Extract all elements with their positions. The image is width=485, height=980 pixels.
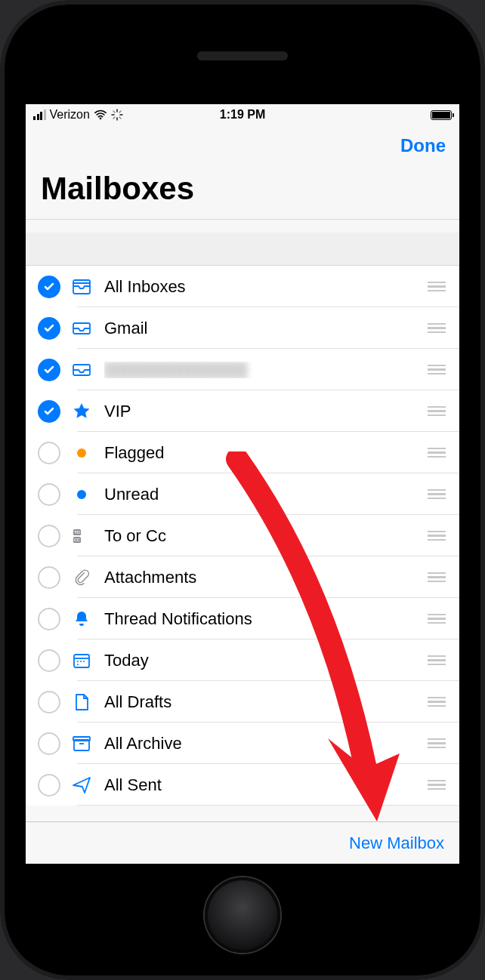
dot-icon	[65, 442, 98, 464]
status-bar: Verizon 1:19 PM	[26, 104, 459, 125]
mailbox-label: Attachments	[104, 568, 428, 587]
clip-icon	[65, 566, 98, 589]
checkbox[interactable]	[38, 442, 60, 464]
cell-signal-icon	[33, 109, 46, 120]
mailbox-row[interactable]: Unread	[26, 473, 459, 515]
checkbox[interactable]	[38, 525, 60, 547]
mailbox-label: Gmail	[104, 319, 428, 338]
checkbox[interactable]	[38, 608, 60, 630]
reorder-handle-icon[interactable]	[428, 282, 446, 292]
mailbox-list: All InboxesGmailVIPFlaggedUnreadTo or Cc…	[26, 266, 459, 806]
home-button[interactable]	[205, 877, 280, 953]
section-gap	[26, 233, 459, 266]
checkbox[interactable]	[38, 483, 60, 506]
checkbox[interactable]	[38, 317, 60, 340]
tray-icon	[65, 317, 98, 340]
mailbox-row[interactable]: All Inboxes	[26, 266, 459, 307]
mailbox-row[interactable]: To or Cc	[26, 515, 459, 556]
checkbox[interactable]	[38, 276, 60, 298]
mailbox-row[interactable]: All Archive	[26, 723, 459, 764]
loading-spinner-icon	[111, 109, 123, 121]
checkbox[interactable]	[38, 691, 60, 713]
reorder-handle-icon[interactable]	[428, 489, 446, 500]
reorder-handle-icon[interactable]	[428, 614, 446, 624]
reorder-handle-icon[interactable]	[428, 406, 446, 417]
reorder-handle-icon[interactable]	[428, 448, 446, 458]
mailbox-label: All Inboxes	[104, 277, 428, 297]
mailbox-label: Thread Notifications	[104, 609, 428, 629]
tray-icon	[65, 359, 98, 381]
checkbox[interactable]	[38, 359, 60, 381]
wifi-icon	[94, 109, 107, 121]
mailbox-row[interactable]: All Drafts	[26, 681, 459, 723]
mailbox-list-scroll[interactable]: All InboxesGmailVIPFlaggedUnreadTo or Cc…	[26, 233, 459, 821]
bell-icon	[65, 608, 98, 630]
mailbox-row[interactable]: All Sent	[26, 764, 459, 806]
mailbox-row[interactable]: Thread Notifications	[26, 598, 459, 639]
mailbox-label-redacted	[104, 362, 428, 378]
reorder-handle-icon[interactable]	[428, 531, 446, 541]
mailbox-label: Today	[104, 651, 428, 670]
dot-icon	[65, 483, 98, 506]
all-inboxes-icon	[65, 276, 98, 298]
mailbox-label: VIP	[104, 402, 428, 421]
checkbox[interactable]	[38, 649, 60, 672]
checkbox[interactable]	[38, 400, 60, 423]
calendar-icon	[65, 649, 98, 672]
doc-icon	[65, 691, 98, 713]
toolbar: New Mailbox	[26, 821, 459, 864]
reorder-handle-icon[interactable]	[428, 697, 446, 707]
checkbox[interactable]	[38, 774, 60, 797]
mailbox-row[interactable]: Gmail	[26, 307, 459, 349]
mailbox-row[interactable]	[26, 349, 459, 390]
mailbox-row[interactable]: Today	[26, 639, 459, 681]
page-title: Mailboxes	[26, 166, 459, 220]
reorder-handle-icon[interactable]	[428, 323, 446, 334]
mailbox-row[interactable]: VIP	[26, 390, 459, 432]
new-mailbox-button[interactable]: New Mailbox	[349, 834, 444, 853]
checkbox[interactable]	[38, 566, 60, 589]
carrier-label: Verizon	[50, 108, 90, 122]
mailbox-label: All Archive	[104, 734, 428, 753]
mailbox-label: Unread	[104, 485, 428, 504]
reorder-handle-icon[interactable]	[428, 655, 446, 666]
speaker-grille	[197, 51, 288, 60]
battery-icon	[431, 110, 452, 120]
mailbox-label: Flagged	[104, 443, 428, 463]
reorder-handle-icon[interactable]	[428, 780, 446, 790]
done-button[interactable]: Done	[400, 135, 446, 156]
phone-frame: Verizon 1:19 PM Done Mailboxes All Inbox…	[0, 0, 485, 980]
screen: Verizon 1:19 PM Done Mailboxes All Inbox…	[26, 104, 459, 864]
nav-bar: Done	[26, 125, 459, 166]
checkbox[interactable]	[38, 732, 60, 755]
mailbox-label: All Sent	[104, 775, 428, 795]
send-icon	[65, 774, 98, 797]
reorder-handle-icon[interactable]	[428, 365, 446, 375]
box-icon	[65, 732, 98, 755]
star-icon	[65, 400, 98, 423]
mailbox-label: To or Cc	[104, 526, 428, 546]
mailbox-label: All Drafts	[104, 692, 428, 712]
reorder-handle-icon[interactable]	[428, 738, 446, 749]
tocc-icon	[65, 525, 98, 547]
mailbox-row[interactable]: Flagged	[26, 432, 459, 473]
mailbox-row[interactable]: Attachments	[26, 556, 459, 598]
reorder-handle-icon[interactable]	[428, 572, 446, 583]
